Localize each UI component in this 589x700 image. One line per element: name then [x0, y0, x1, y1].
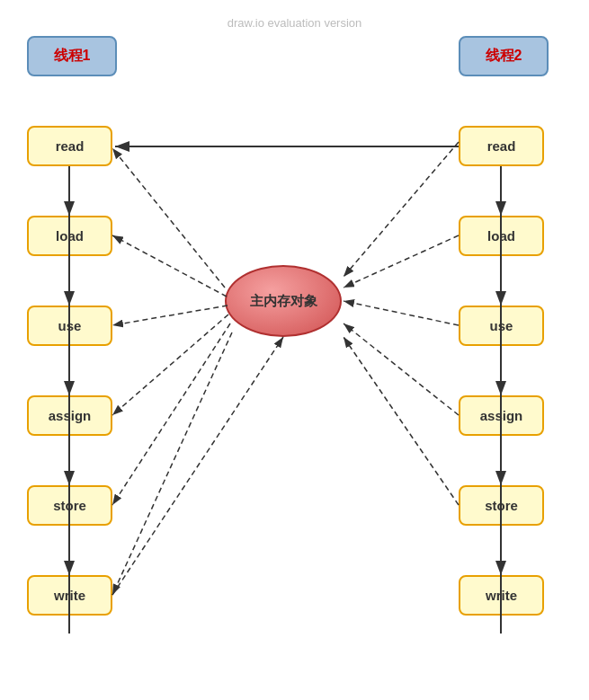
right-store: store	[459, 485, 544, 526]
svg-line-22	[344, 235, 459, 288]
svg-line-18	[112, 315, 228, 415]
left-write: write	[27, 575, 112, 616]
svg-line-20	[112, 332, 232, 595]
memory-ellipse: 主内存对象	[225, 265, 342, 337]
thread1-header: 线程1	[27, 36, 117, 76]
svg-line-19	[112, 323, 230, 505]
left-store: store	[27, 485, 112, 526]
left-assign: assign	[27, 395, 112, 436]
right-use: use	[459, 306, 544, 346]
right-read: read	[459, 126, 544, 166]
left-use: use	[27, 306, 112, 346]
svg-line-26	[112, 337, 283, 595]
left-load: load	[27, 216, 112, 256]
right-load: load	[459, 216, 544, 256]
right-assign: assign	[459, 395, 544, 436]
svg-line-23	[344, 301, 459, 325]
left-read: read	[27, 126, 112, 166]
svg-line-24	[344, 323, 459, 415]
right-write: write	[459, 575, 544, 616]
svg-line-21	[344, 142, 459, 277]
thread2-header: 线程2	[459, 36, 549, 76]
svg-line-25	[344, 337, 459, 505]
svg-line-17	[112, 306, 228, 325]
watermark-text: draw.io evaluation version	[228, 16, 362, 30]
svg-line-15	[112, 148, 225, 288]
svg-line-16	[112, 235, 227, 297]
